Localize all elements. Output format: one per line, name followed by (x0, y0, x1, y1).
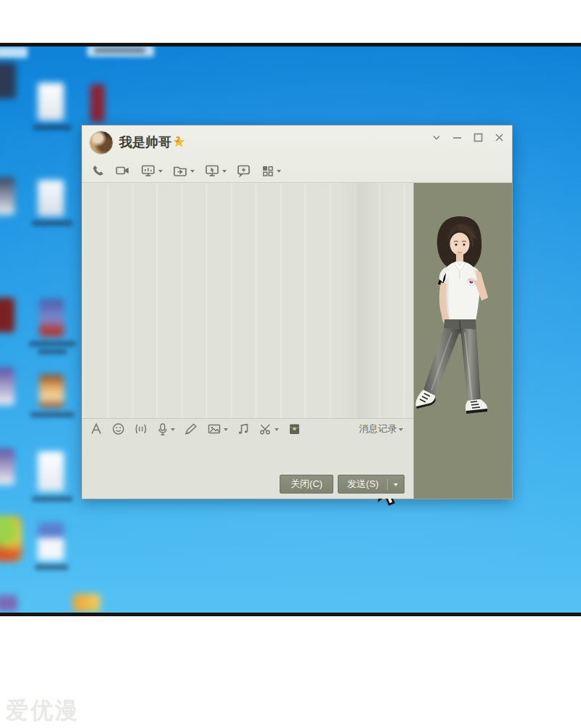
desktop-icon-label (32, 221, 73, 226)
window-header: 我是帅哥 ★ 2 (82, 126, 512, 182)
remote-desktop-icon[interactable] (204, 163, 227, 178)
desktop-icon-label (32, 496, 73, 502)
font-icon[interactable] (89, 422, 103, 435)
desktop-icon-label (35, 565, 68, 570)
close-icon[interactable] (494, 132, 505, 143)
desktop-icon[interactable] (73, 594, 100, 612)
composer-toolbar: 消息记录 (82, 418, 413, 439)
minimize-icon[interactable] (452, 132, 463, 143)
message-input-area[interactable]: 关闭(C) 发送(S) (82, 439, 413, 499)
file-transfer-icon[interactable] (172, 163, 195, 178)
red-packet-icon[interactable] (288, 422, 301, 435)
dropdown-arrow-icon[interactable] (171, 428, 175, 433)
desktop-icon-label (0, 46, 28, 58)
chat-window: 我是帅哥 ★ 2 (81, 125, 513, 499)
desktop-icon-label (29, 341, 76, 346)
dropdown-arrow-icon[interactable] (277, 170, 281, 175)
maximize-icon[interactable] (473, 132, 484, 143)
menu-dropdown-icon[interactable] (431, 132, 442, 143)
desktop-icon[interactable] (39, 375, 64, 408)
emoji-icon[interactable] (112, 422, 125, 435)
handwriting-icon[interactable] (184, 422, 198, 435)
desktop-icon-label (33, 125, 71, 130)
screen-share-icon[interactable] (140, 163, 163, 178)
contact-3d-avatar (414, 212, 513, 422)
message-history-button[interactable]: 消息记录 (359, 422, 403, 435)
image-icon[interactable] (207, 422, 228, 435)
titlebar[interactable]: 我是帅哥 ★ 2 (82, 126, 512, 159)
level-star-icon: ★ 2 (173, 135, 187, 150)
desktop-icon[interactable] (0, 298, 15, 332)
desktop-icon[interactable] (90, 84, 105, 122)
desktop-icon-label (31, 412, 74, 417)
contact-name: 我是帅哥 (119, 134, 171, 151)
send-button[interactable]: 发送(S) (338, 478, 387, 491)
desktop-icon[interactable] (0, 62, 16, 99)
dropdown-arrow-icon[interactable] (158, 170, 163, 175)
apps-grid-icon[interactable] (261, 164, 281, 178)
desktop-icon[interactable] (0, 367, 15, 405)
desktop-icon[interactable] (38, 451, 64, 491)
video-call-icon[interactable] (115, 163, 131, 178)
close-button[interactable]: 关闭(C) (280, 475, 333, 494)
comic-margin-bottom: 爱优漫 (0, 616, 581, 728)
add-chat-icon[interactable] (236, 163, 251, 178)
desktop-icon[interactable] (38, 83, 64, 120)
music-icon[interactable] (237, 422, 250, 435)
desktop-icon-label (38, 349, 67, 354)
comic-margin-top (0, 0, 581, 43)
desktop-icon[interactable] (0, 177, 15, 215)
watermark-text: 爱优漫 (6, 695, 80, 726)
dropdown-arrow-icon[interactable] (190, 170, 195, 175)
avatar-panel (413, 182, 512, 499)
send-options-dropdown[interactable] (388, 482, 404, 487)
dropdown-arrow-icon (399, 428, 403, 433)
desktop-icon-label (94, 48, 145, 53)
dropdown-arrow-icon[interactable] (222, 170, 227, 175)
desktop-icon[interactable] (39, 299, 64, 337)
voice-call-icon[interactable] (91, 163, 105, 178)
window-shake-icon[interactable] (134, 422, 148, 435)
desktop-icon[interactable] (38, 523, 64, 560)
screen-capture-icon[interactable] (259, 422, 279, 435)
contact-avatar[interactable] (89, 131, 113, 155)
desktop-icon-recycle[interactable] (0, 515, 22, 562)
call-toolbar (82, 159, 512, 182)
desktop-icon[interactable] (0, 595, 17, 611)
desktop-icon[interactable] (0, 449, 15, 485)
desktop-icon[interactable] (38, 180, 64, 216)
dropdown-arrow-icon[interactable] (275, 428, 279, 433)
dropdown-arrow-icon[interactable] (224, 428, 228, 433)
conversation-pane: 消息记录 关闭(C) 发送(S) (82, 182, 413, 499)
message-display-area[interactable] (82, 183, 413, 418)
panel-border-top (0, 43, 581, 46)
voice-message-icon[interactable] (157, 422, 175, 436)
send-button-group: 发送(S) (338, 475, 405, 494)
